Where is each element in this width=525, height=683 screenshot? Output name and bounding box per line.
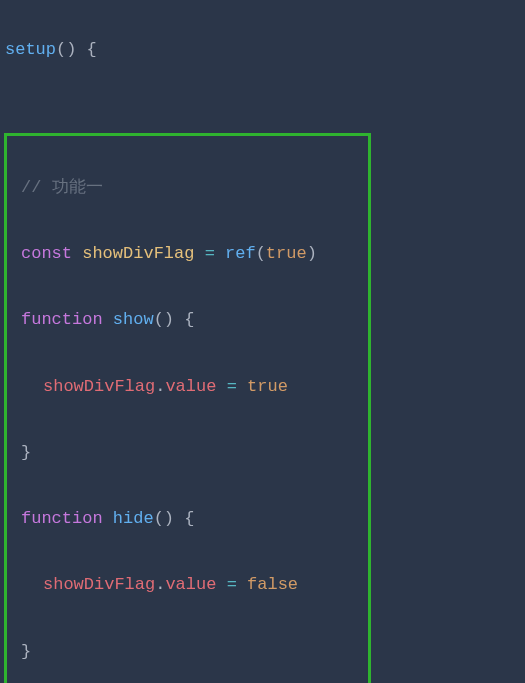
obj-showdivflag: showDivFlag [43, 377, 155, 396]
obj-showdivflag: showDivFlag [43, 575, 155, 594]
brace: { [76, 40, 96, 59]
kw-function: function [21, 310, 103, 329]
paren: () [154, 509, 174, 528]
op-eq: = [227, 575, 247, 594]
lparen: ( [256, 244, 266, 263]
fn-ref: ref [225, 244, 256, 263]
bool-false: false [247, 575, 298, 594]
op-eq: = [227, 377, 247, 396]
dot: . [155, 575, 165, 594]
comment-feature-one: // 功能一 [21, 171, 364, 204]
setup-fn: setup [5, 40, 56, 59]
line-close-show: } [21, 436, 364, 469]
bool-true: true [247, 377, 288, 396]
kw-const: const [21, 244, 72, 263]
fn-hide: hide [103, 509, 154, 528]
brace: { [174, 509, 194, 528]
line-setup: setup() { [0, 33, 525, 66]
op-eq: = [205, 244, 225, 263]
line-show-body: showDivFlag.value = true [21, 370, 364, 403]
var-showdivflag: showDivFlag [72, 244, 205, 263]
kw-function: function [21, 509, 103, 528]
code-block: setup() { // 功能一 const showDivFlag = ref… [0, 0, 525, 683]
feature-one-box: // 功能一 const showDivFlag = ref(true) fun… [4, 133, 371, 683]
fn-show: show [103, 310, 154, 329]
paren: () [56, 40, 76, 59]
line-close-hide: } [21, 635, 364, 668]
brace: } [21, 443, 31, 462]
rparen: ) [307, 244, 317, 263]
line-fn-hide: function hide() { [21, 502, 364, 535]
prop-value: value [165, 377, 226, 396]
comment-text: // 功能一 [21, 178, 103, 197]
brace: { [174, 310, 194, 329]
prop-value: value [165, 575, 226, 594]
brace: } [21, 642, 31, 661]
bool-true: true [266, 244, 307, 263]
line-fn-show: function show() { [21, 303, 364, 336]
line-hide-body: showDivFlag.value = false [21, 568, 364, 601]
dot: . [155, 377, 165, 396]
paren: () [154, 310, 174, 329]
line-const-showdivflag: const showDivFlag = ref(true) [21, 237, 364, 270]
